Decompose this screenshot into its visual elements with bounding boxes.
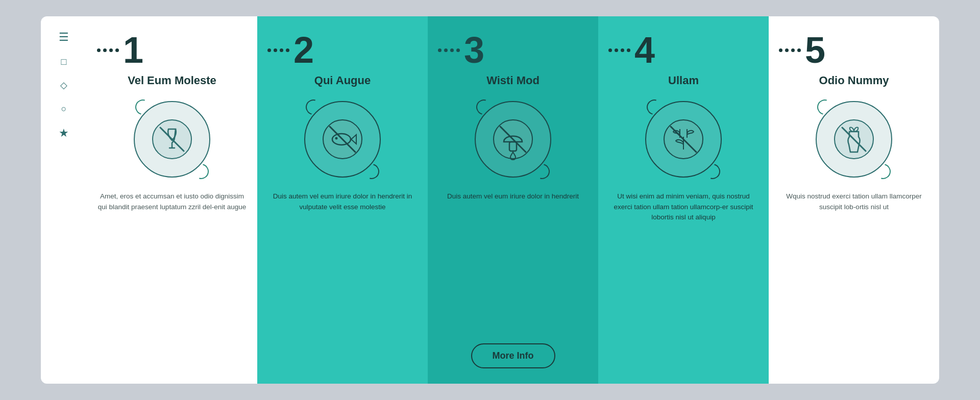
cards-container: 1 Vel Eum Moleste Am (87, 16, 939, 384)
card-5-dots (779, 48, 801, 52)
diamond-icon[interactable]: ◇ (60, 81, 67, 90)
card-3-title: Wisti Mod (486, 73, 540, 88)
card-4-description: Ut wisi enim ad minim veniam, quis nostr… (608, 191, 758, 368)
card-5-description: Wquis nostrud exerci tation ullam llamco… (779, 191, 929, 368)
card-3-icon-wrap (472, 98, 554, 180)
star-icon[interactable]: ★ (59, 128, 69, 139)
svg-point-4 (335, 137, 338, 139)
card-2-dots (267, 48, 289, 52)
card-5: 5 Odio Nummy (769, 16, 939, 384)
card-4-dots (608, 48, 630, 52)
card-2-number: 2 (293, 32, 314, 68)
card-2-description: Duis autem vel eum iriure dolor in hendr… (267, 191, 418, 368)
circle-icon[interactable]: ○ (61, 104, 67, 113)
card-1-dots (97, 48, 119, 52)
card-5-icon-wrap (813, 98, 895, 180)
no-mushroom-svg (490, 116, 536, 162)
card-3: 3 Wisti Mod (428, 16, 598, 384)
card-2-title: Qui Augue (314, 73, 371, 88)
card-5-number-row: 5 (779, 32, 929, 68)
card-1-description: Amet, eros et accumsan et iusto odio dig… (97, 191, 247, 368)
card-2: 2 Qui Augue (257, 16, 428, 384)
card-4-icon-wrap (643, 98, 724, 180)
sidebar: ☰ □ ◇ ○ ★ (41, 16, 87, 384)
card-4-title: Ullam (668, 73, 699, 88)
card-4-number: 4 (634, 32, 655, 68)
card-1: 1 Vel Eum Moleste Am (87, 16, 257, 384)
card-1-title: Vel Eum Moleste (128, 73, 216, 88)
main-container: ☰ □ ◇ ○ ★ 1 Vel Eum Moleste (41, 16, 939, 384)
card-3-number-row: 3 (438, 32, 588, 68)
card-3-number: 3 (464, 32, 484, 68)
card-4: 4 Ullam (598, 16, 769, 384)
card-3-description: Duis autem vel eum iriure dolor in hendr… (447, 191, 579, 335)
card-1-icon-wrap (131, 98, 213, 180)
more-info-button[interactable]: More Info (471, 343, 555, 368)
card-1-number-row: 1 (97, 32, 247, 68)
card-2-number-row: 2 (267, 32, 418, 68)
card-1-number: 1 (123, 32, 143, 68)
card-2-icon-wrap (302, 98, 383, 180)
card-5-title: Odio Nummy (819, 73, 889, 88)
no-herb-svg (660, 116, 706, 162)
card-4-number-row: 4 (608, 32, 758, 68)
no-fish-svg (320, 116, 365, 162)
card-3-dots (438, 48, 460, 52)
square-icon[interactable]: □ (61, 57, 67, 66)
card-5-number: 5 (805, 32, 825, 68)
hamburger-menu-icon[interactable]: ☰ (59, 32, 69, 43)
no-alcohol-svg (149, 116, 195, 162)
no-plant-svg (831, 116, 877, 162)
